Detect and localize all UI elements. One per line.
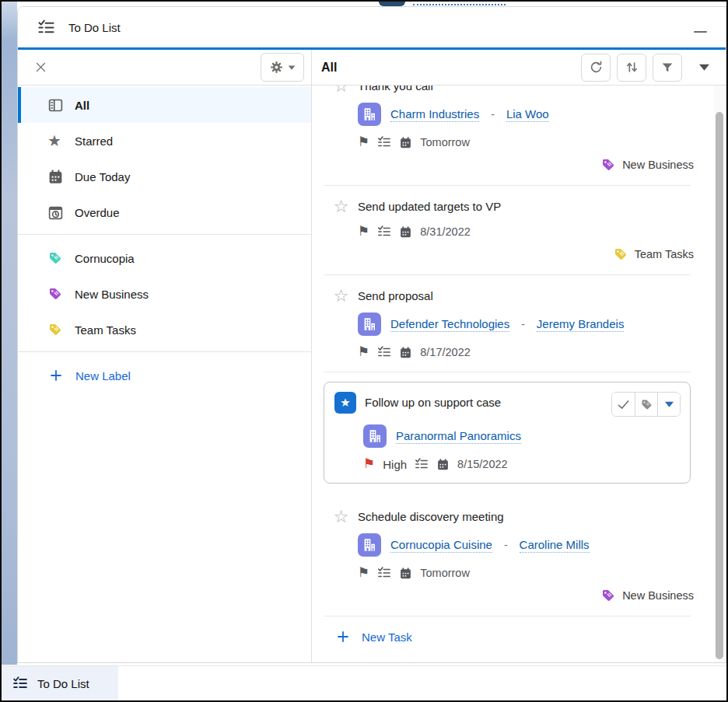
account-link[interactable]: Cornucopia Cuisine [390,538,492,553]
sidebar-item-overdue[interactable]: Overdue [18,194,311,230]
task-actions [611,392,681,417]
close-x-icon [34,61,47,74]
sidebar-header [18,50,311,86]
sidebar-item-starred[interactable]: Starred [18,123,311,159]
task-title: Follow up on support case [365,392,501,409]
minimize-button[interactable] [690,19,710,36]
scrollbar-track[interactable] [714,86,726,662]
refresh-button[interactable] [581,54,611,82]
priority-flag-icon [363,457,375,471]
starred-star-button[interactable] [334,392,356,414]
star-icon[interactable] [333,288,349,305]
starred-icon [47,133,64,149]
contact-link[interactable]: Lia Woo [506,107,549,122]
contact-link[interactable]: Jeremy Brandeis [537,317,625,332]
utility-tab-todo-list[interactable]: To Do List [2,666,118,700]
label-item-new-business[interactable]: New Business [18,276,311,312]
checklist-icon [377,225,391,239]
all-icon [47,97,64,114]
calendar-icon [436,458,450,471]
utility-tab-label: To Do List [37,677,89,690]
utility-bar: To Do List [2,665,726,700]
link-separator: - [521,318,525,330]
account-link[interactable]: Paranormal Panoramics [396,429,521,444]
list-toolbar [581,54,716,82]
priority-flag-icon [358,225,369,239]
tag-icon [47,250,64,267]
tag-icon [613,246,628,262]
edit-labels-button[interactable] [635,393,657,416]
overdue-icon [47,204,64,221]
task-row-follow-up-on-support-case[interactable]: Follow up on support case [324,382,691,484]
due-today-icon [47,169,64,185]
calendar-icon [399,225,412,239]
checklist-icon [377,566,391,580]
list-expand-button[interactable] [691,54,716,82]
task-menu-button[interactable] [657,393,680,416]
settings-button[interactable] [261,53,304,82]
due-date: 8/17/2022 [420,346,471,358]
priority-label: High [383,458,407,471]
account-icon [358,533,381,557]
priority-flag-icon [358,345,369,359]
priority-flag-icon [358,135,369,149]
task-row-thank-you-call[interactable]: Thank you call Charm Industries [312,86,714,185]
caret-down-icon [664,400,674,408]
due-date: 8/15/2022 [457,458,508,470]
link-separator: - [504,539,508,551]
sort-button[interactable] [617,54,646,82]
contact-link[interactable]: Caroline Mills [520,538,590,553]
close-panel-button[interactable] [33,59,49,75]
sidebar-divider [18,234,311,235]
todo-checklist-icon [37,19,55,37]
background-gradient-strip [2,2,17,665]
task-row-schedule-discovery-meeting[interactable]: Schedule discovery meeting Cornucopi [312,496,714,616]
star-icon[interactable] [333,508,349,526]
tag-icon [600,588,616,603]
account-link[interactable]: Charm Industries [390,107,479,122]
task-list: Thank you call Charm Industries [312,86,714,616]
sidebar-item-all[interactable]: All [18,87,311,123]
sidebar-item-due-today[interactable]: Due Today [18,159,311,194]
sidebar-labels: Cornucopia New Business Team Tasks [18,239,311,348]
account-icon [363,424,387,448]
due-date: Tomorrow [420,136,470,148]
tag-icon [640,398,653,411]
check-icon [617,398,630,411]
checklist-icon [377,345,391,359]
task-list-pane: All [312,50,726,662]
sidebar-divider [18,351,311,352]
task-title: Send proposal [358,288,433,302]
new-task-text: New Task [362,630,412,644]
tag-label: New Business [622,589,694,602]
star-icon[interactable] [333,198,349,215]
complete-task-button[interactable] [612,393,635,416]
refresh-icon [589,60,604,75]
sidebar: All Starred Due Today Overdue Cornucopia [18,50,312,662]
calendar-icon [399,346,412,359]
due-date: Tomorrow [420,567,470,579]
plus-icon [49,368,63,382]
new-task-button[interactable]: New Task [312,616,726,657]
label-item-team-tasks[interactable]: Team Tasks [18,312,311,348]
label-item-cornucopia[interactable]: Cornucopia [18,240,311,276]
tag-label: Team Tasks [635,248,694,260]
task-row-send-updated-targets-to-vp[interactable]: Send updated targets to VP [312,186,714,274]
due-date: 8/31/2022 [420,225,471,238]
account-icon [358,313,381,336]
task-title: Send updated targets to VP [358,198,501,213]
star-icon[interactable] [333,86,349,95]
todo-checklist-icon [12,676,28,691]
list-view-title: All [321,61,337,75]
tag-label: New Business [622,159,694,171]
filter-button[interactable] [653,54,682,82]
new-label-button[interactable]: New Label [18,356,311,395]
calendar-icon [399,136,412,149]
checklist-icon [377,135,391,149]
account-link[interactable]: Defender Technologies [390,317,509,332]
calendar-icon [399,567,412,580]
task-row-send-proposal[interactable]: Send proposal Defender Technologies [312,275,714,372]
sort-icon [625,60,639,75]
scrollbar-thumb[interactable] [716,112,723,659]
caret-down-icon [698,63,710,72]
